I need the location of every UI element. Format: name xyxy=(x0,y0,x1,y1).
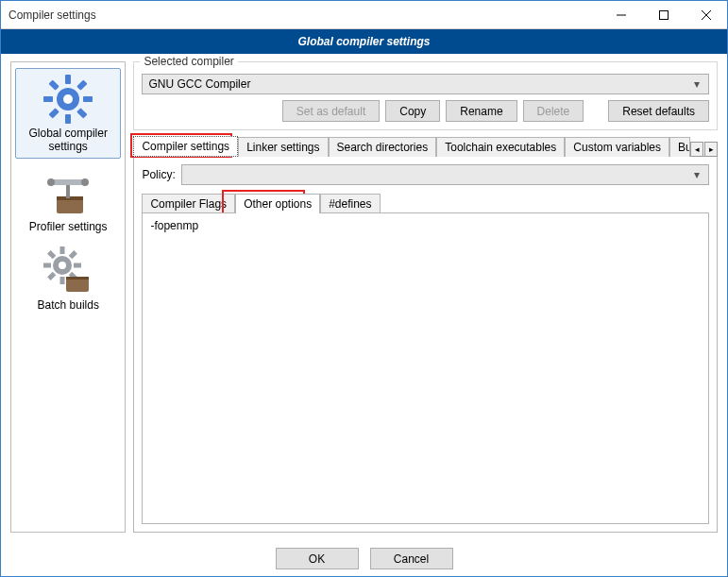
sidebar-item-global-compiler[interactable]: Global compiler settings xyxy=(15,68,121,159)
sidebar-item-profiler[interactable]: Profiler settings xyxy=(15,162,121,238)
minimize-icon xyxy=(617,10,626,20)
other-options-textarea[interactable] xyxy=(143,213,708,523)
svg-rect-11 xyxy=(49,108,59,118)
svg-rect-22 xyxy=(43,263,51,268)
close-button[interactable] xyxy=(685,1,727,28)
page-header: Global compiler settings xyxy=(1,29,727,54)
svg-rect-8 xyxy=(43,96,53,102)
tab-compiler-settings[interactable]: Compiler settings xyxy=(133,136,238,157)
svg-rect-12 xyxy=(49,79,59,90)
dialog-footer: OK Cancel xyxy=(1,540,727,576)
svg-rect-7 xyxy=(65,114,71,124)
reset-defaults-button[interactable]: Reset defaults xyxy=(608,100,709,122)
ok-button[interactable]: OK xyxy=(276,548,359,569)
svg-rect-13 xyxy=(76,108,87,118)
policy-select[interactable]: ▾ xyxy=(181,164,709,185)
maximize-icon xyxy=(659,10,669,20)
sidebar-item-label: Profiler settings xyxy=(29,221,108,234)
maximize-button[interactable] xyxy=(642,1,685,28)
svg-rect-20 xyxy=(60,246,65,254)
chevron-down-icon: ▾ xyxy=(691,168,703,181)
chevron-down-icon: ▾ xyxy=(691,77,703,91)
batch-icon xyxy=(42,245,94,297)
svg-rect-6 xyxy=(65,75,71,84)
svg-rect-25 xyxy=(47,272,56,280)
group-label: Selected compiler xyxy=(140,55,237,68)
svg-point-19 xyxy=(59,262,66,269)
content-area: Global compiler settings Profiler settin… xyxy=(1,54,727,540)
svg-rect-9 xyxy=(83,96,93,102)
svg-rect-23 xyxy=(74,263,81,268)
subtab-compiler-flags[interactable]: Compiler Flags xyxy=(142,194,235,213)
tab-custom-variables[interactable]: Custom variables xyxy=(565,137,669,157)
svg-point-17 xyxy=(81,178,89,186)
policy-row: Policy: ▾ xyxy=(142,164,709,185)
set-default-button[interactable]: Set as default xyxy=(282,100,380,122)
policy-label: Policy: xyxy=(142,168,175,181)
tab-linker-settings[interactable]: Linker settings xyxy=(238,137,328,157)
subtab-defines[interactable]: #defines xyxy=(320,194,380,213)
rename-button[interactable]: Rename xyxy=(446,100,516,122)
tab-body: Policy: ▾ Compiler Flags Other options #… xyxy=(133,156,718,533)
tab-scroll-right-button[interactable]: ▸ xyxy=(704,142,718,157)
tab-scroll-left-button[interactable]: ◂ xyxy=(690,142,703,157)
svg-point-16 xyxy=(47,178,55,186)
copy-button[interactable]: Copy xyxy=(385,100,440,122)
main-panel: Selected compiler GNU GCC Compiler ▾ Set… xyxy=(133,61,718,533)
tab-toolchain-executables[interactable]: Toolchain executables xyxy=(436,137,565,157)
page-title: Global compiler settings xyxy=(297,35,430,48)
profiler-icon xyxy=(42,166,94,219)
subtab-other-options[interactable]: Other options xyxy=(235,194,320,213)
svg-rect-10 xyxy=(76,79,87,90)
minimize-button[interactable] xyxy=(600,1,642,28)
selected-compiler-group: Selected compiler GNU GCC Compiler ▾ Set… xyxy=(133,61,718,130)
close-icon xyxy=(702,10,711,20)
compiler-select-value: GNU GCC Compiler xyxy=(148,77,691,91)
svg-point-5 xyxy=(63,94,73,104)
sidebar-item-batch[interactable]: Batch builds xyxy=(15,241,121,316)
svg-rect-29 xyxy=(66,277,89,280)
other-options-panel xyxy=(142,212,709,524)
sidebar: Global compiler settings Profiler settin… xyxy=(10,61,126,533)
sidebar-item-label: Batch builds xyxy=(38,299,99,313)
svg-rect-26 xyxy=(47,250,56,259)
svg-rect-24 xyxy=(69,250,77,259)
compiler-select[interactable]: GNU GCC Compiler ▾ xyxy=(142,74,709,94)
sidebar-item-label: Global compiler settings xyxy=(16,127,120,154)
window-title: Compiler settings xyxy=(8,8,600,22)
compiler-buttons: Set as default Copy Rename Delete Reset … xyxy=(142,100,709,122)
sub-tabs: Compiler Flags Other options #defines xyxy=(142,193,709,213)
tab-scroll-buttons: ◂ ▸ xyxy=(690,142,718,157)
tab-search-directories[interactable]: Search directories xyxy=(329,137,437,157)
cancel-button[interactable]: Cancel xyxy=(370,548,453,569)
main-tabs: Compiler settings Linker settings Search… xyxy=(133,136,718,157)
titlebar: Compiler settings xyxy=(1,1,727,29)
main-tabs-container: Compiler settings Linker settings Search… xyxy=(133,136,718,533)
gear-icon xyxy=(42,73,94,126)
delete-button[interactable]: Delete xyxy=(523,100,584,122)
tab-build-options[interactable]: Bui xyxy=(669,137,690,157)
svg-rect-1 xyxy=(659,10,668,19)
svg-rect-21 xyxy=(60,277,65,284)
